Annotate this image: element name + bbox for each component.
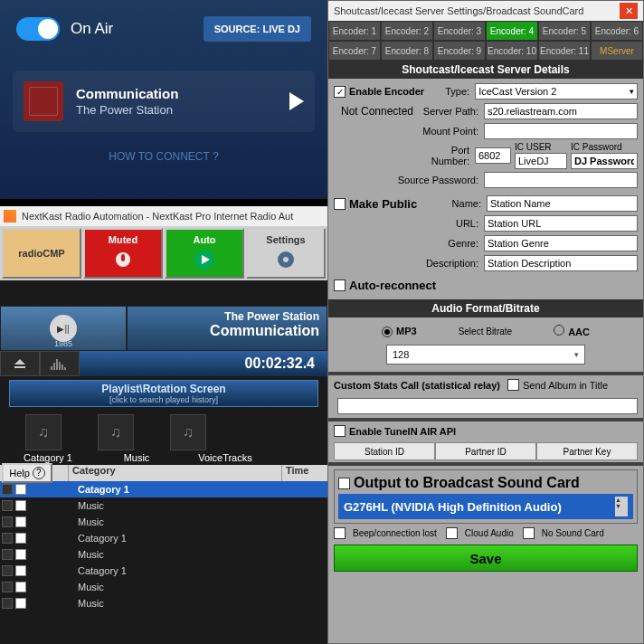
radiocmp-button[interactable]: radioCMP <box>2 228 81 279</box>
source-button[interactable]: SOURCE: LIVE DJ <box>204 16 311 42</box>
waveform-button[interactable] <box>40 351 80 376</box>
playlist-row[interactable]: Catagory 1 <box>0 481 327 497</box>
player-artist: The Power Station <box>135 310 319 323</box>
svg-rect-11 <box>59 362 61 370</box>
encoder-tab[interactable]: Encoder: 1 <box>328 21 381 41</box>
muted-button[interactable]: Muted <box>83 228 163 279</box>
help-button[interactable]: Help? <box>2 463 52 483</box>
howto-link[interactable]: HOW TO CONNECT ? <box>0 150 327 163</box>
svg-marker-6 <box>14 359 25 365</box>
encoder-tab[interactable]: Encoder: 3 <box>433 21 486 41</box>
tunein-station-id[interactable]: Station ID <box>334 442 435 460</box>
source-password-input[interactable] <box>484 172 638 188</box>
timecode: 00:02:32.4 <box>80 351 327 376</box>
station-desc-input[interactable] <box>484 255 638 271</box>
gear-icon <box>273 247 298 272</box>
encoder-tab[interactable]: MServer <box>591 41 643 61</box>
soundcard-select[interactable]: G276HL (NVIDIA High Definition Audio)▲▼ <box>338 494 633 519</box>
row-checkbox[interactable] <box>15 582 26 592</box>
row-checkbox[interactable] <box>15 533 26 544</box>
beep-checkbox[interactable] <box>334 527 346 539</box>
category-label[interactable]: VoiceTracks <box>194 452 257 463</box>
rotation-screen-button[interactable]: Playlist\Rotation Screen [click to searc… <box>9 380 318 407</box>
output-soundcard-checkbox[interactable] <box>338 478 350 489</box>
encoder-tab[interactable]: Encoder: 5 <box>538 21 591 41</box>
type-select[interactable]: IceCast Version 2▾ <box>475 83 638 99</box>
station-genre-input[interactable] <box>484 235 638 251</box>
row-checkbox[interactable] <box>15 598 26 609</box>
tunein-partner-id[interactable]: Partner ID <box>435 442 536 460</box>
encoder-tab[interactable]: Encoder: 8 <box>381 41 433 61</box>
onair-toggle[interactable] <box>16 17 60 41</box>
mount-point-input[interactable] <box>484 123 638 139</box>
music-note-icon[interactable]: ♫ <box>25 414 62 450</box>
save-button[interactable]: Save <box>334 545 638 572</box>
playlist-row[interactable]: Music <box>0 514 327 530</box>
ic-password-input[interactable] <box>571 153 638 169</box>
play-pause-icon[interactable]: ▶|| <box>50 315 77 342</box>
encoder-tab[interactable]: Encoder: 9 <box>433 41 486 61</box>
svg-rect-8 <box>51 366 52 370</box>
encoder-tab[interactable]: Encoder: 7 <box>328 41 381 61</box>
stats-call-input[interactable] <box>337 398 638 414</box>
track-artist: The Power Station <box>76 103 289 117</box>
row-checkbox[interactable] <box>15 484 26 495</box>
port-input[interactable] <box>475 147 511 164</box>
track-icon <box>2 582 13 592</box>
encoder-tab[interactable]: Encoder: 11 <box>538 41 591 61</box>
encoder-tab[interactable]: Encoder: 4 <box>486 21 538 41</box>
playlist-row[interactable]: Music <box>0 595 327 611</box>
row-checkbox[interactable] <box>15 516 26 527</box>
player-art-slot[interactable]: ▶|| 1985 <box>0 306 127 351</box>
server-path-input[interactable] <box>484 103 638 119</box>
send-album-checkbox[interactable] <box>507 379 519 391</box>
make-public-checkbox[interactable] <box>334 198 346 210</box>
auto-button[interactable]: Auto <box>165 228 244 279</box>
station-name-input[interactable] <box>487 195 638 212</box>
bitrate-select[interactable]: 128▾ <box>386 345 585 365</box>
encoder-settings-dialog: Shoutcast/Icecast Server Settings/Broadc… <box>327 0 644 644</box>
row-checkbox[interactable] <box>15 565 26 576</box>
track-title: Communication <box>76 86 289 101</box>
onair-label: On Air <box>71 20 113 38</box>
no-soundcard-checkbox[interactable] <box>523 527 535 539</box>
encoder-tab[interactable]: Encoder: 6 <box>591 21 643 41</box>
play-icon[interactable] <box>289 92 304 110</box>
tunein-partner-key[interactable]: Partner Key <box>536 442 638 460</box>
track-icon <box>2 516 13 527</box>
category-label[interactable]: Catagory 1 <box>16 452 80 463</box>
playlist-row[interactable]: Catagory 1 <box>0 563 327 579</box>
mp3-radio[interactable] <box>382 327 393 337</box>
auto-reconnect-checkbox[interactable] <box>334 279 346 291</box>
track-icon <box>2 549 13 560</box>
connection-status: Not Connected <box>334 105 421 118</box>
playlist-row[interactable]: Music <box>0 546 327 563</box>
aac-radio[interactable] <box>554 325 564 336</box>
station-url-input[interactable] <box>484 215 638 232</box>
question-icon: ? <box>33 467 45 479</box>
close-button[interactable]: ✕ <box>620 3 638 19</box>
microphone-icon <box>110 247 136 272</box>
enable-encoder-checkbox[interactable]: ✓ <box>334 86 346 98</box>
encoder-tab[interactable]: Encoder: 2 <box>381 21 433 41</box>
music-note-icon[interactable]: ♫ <box>170 414 206 450</box>
cloud-audio-checkbox[interactable] <box>446 527 458 539</box>
playlist-row[interactable]: Catagory 1 <box>0 530 327 546</box>
row-checkbox[interactable] <box>15 549 26 560</box>
dialog-titlebar: Shoutcast/Icecast Server Settings/Broadc… <box>328 1 643 21</box>
track-year: 1985 <box>54 339 72 348</box>
playlist-row[interactable]: Music <box>0 497 327 514</box>
row-checkbox[interactable] <box>15 500 26 511</box>
category-label[interactable]: Music <box>105 452 168 463</box>
album-art <box>24 81 63 121</box>
svg-rect-1 <box>121 254 125 261</box>
eject-button[interactable] <box>0 351 40 376</box>
playlist-row[interactable]: Music <box>0 579 327 595</box>
section-header: Audio Format/Bitrate <box>328 299 643 317</box>
tunein-checkbox[interactable] <box>334 425 346 437</box>
music-note-icon[interactable]: ♫ <box>98 414 134 450</box>
ic-user-input[interactable] <box>515 153 567 169</box>
scroll-icon[interactable]: ▲▼ <box>615 497 628 516</box>
settings-button[interactable]: Settings <box>246 228 326 279</box>
encoder-tab[interactable]: Encoder: 10 <box>486 41 538 61</box>
